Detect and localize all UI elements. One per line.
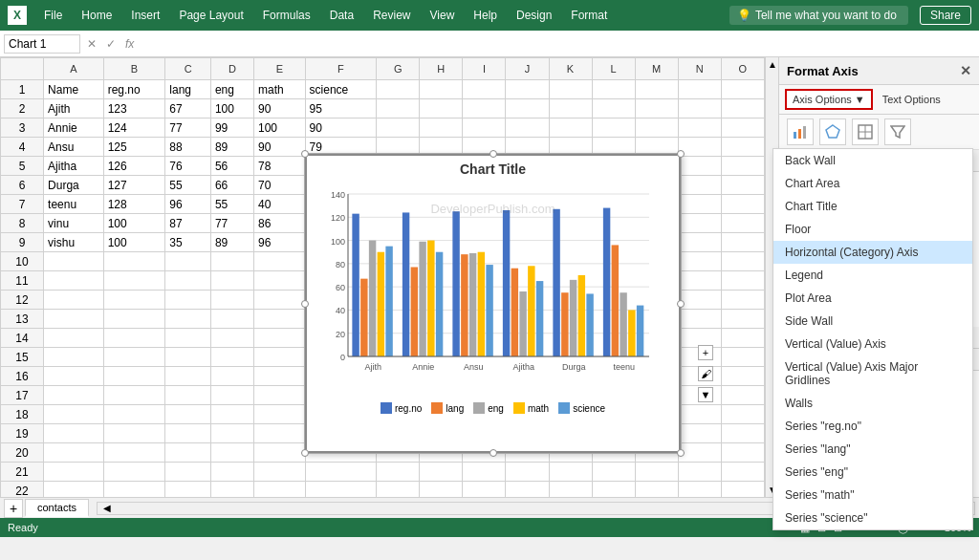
cell[interactable]: 67 (165, 99, 211, 118)
chart-filter-button[interactable]: ▼ (698, 387, 713, 402)
cell[interactable]: Annie (44, 118, 104, 138)
cell[interactable] (103, 271, 165, 291)
col-header-A[interactable]: A (44, 58, 104, 80)
menu-review[interactable]: Review (363, 5, 420, 26)
cell[interactable] (210, 329, 253, 348)
cell[interactable] (254, 482, 306, 498)
cell[interactable] (44, 329, 104, 348)
dropdown-walls[interactable]: Walls (773, 392, 972, 415)
dropdown-horizontal-axis[interactable]: Horizontal (Category) Axis (773, 241, 972, 264)
dropdown-vertical-axis[interactable]: Vertical (Value) Axis (773, 333, 972, 355)
dropdown-chart-area[interactable]: Chart Area (773, 172, 972, 195)
cell[interactable] (592, 99, 635, 118)
cell[interactable] (103, 463, 165, 482)
cell[interactable] (463, 482, 506, 498)
cell[interactable] (165, 367, 211, 386)
cell[interactable] (420, 99, 463, 118)
cell[interactable] (44, 463, 104, 482)
cell[interactable] (721, 291, 764, 310)
cell[interactable]: 89 (210, 233, 253, 252)
cell[interactable] (103, 367, 165, 386)
cell[interactable] (44, 424, 104, 443)
cell[interactable]: 56 (210, 157, 253, 176)
cell[interactable] (103, 405, 165, 424)
dropdown-plot-area[interactable]: Plot Area (773, 287, 972, 310)
col-header-C[interactable]: C (165, 58, 211, 80)
cell[interactable] (210, 424, 253, 443)
cell[interactable] (165, 424, 211, 443)
cell[interactable]: 95 (305, 99, 377, 118)
cell[interactable] (549, 80, 592, 99)
dropdown-chart-title[interactable]: Chart Title (773, 195, 972, 218)
cell[interactable] (463, 118, 506, 138)
cell[interactable] (165, 329, 211, 348)
dropdown-floor[interactable]: Floor (773, 218, 972, 241)
pentagon-icon-button[interactable] (819, 118, 846, 145)
cell[interactable]: 127 (103, 176, 165, 195)
chart-add-button[interactable]: + (698, 345, 713, 360)
cell[interactable]: 77 (165, 118, 211, 138)
cell[interactable]: Ajith (44, 99, 104, 118)
cell[interactable] (592, 482, 635, 498)
cell[interactable]: 99 (210, 118, 253, 138)
cell[interactable] (210, 252, 253, 271)
cell[interactable]: Ajitha (44, 157, 104, 176)
handle-br[interactable] (677, 449, 685, 457)
cell[interactable]: reg.no (103, 80, 165, 99)
cell[interactable]: 90 (254, 99, 306, 118)
cell[interactable] (721, 176, 764, 195)
cell[interactable] (254, 463, 306, 482)
cell[interactable]: 40 (254, 195, 306, 214)
cell[interactable] (592, 118, 635, 138)
cell[interactable]: 90 (254, 138, 306, 157)
cell[interactable]: science (305, 80, 377, 99)
cell[interactable]: 124 (103, 118, 165, 138)
cell[interactable] (165, 291, 211, 310)
cell[interactable]: 70 (254, 176, 306, 195)
cell[interactable] (592, 80, 635, 99)
tell-me-search[interactable]: 💡 Tell me what you want to do (729, 6, 908, 25)
cell[interactable] (377, 482, 420, 498)
cell[interactable]: 89 (210, 138, 253, 157)
cell[interactable]: eng (210, 80, 253, 99)
text-options-button[interactable]: Text Options (877, 91, 946, 108)
cell[interactable] (592, 463, 635, 482)
cell[interactable] (678, 291, 721, 310)
cell[interactable] (103, 482, 165, 498)
cell[interactable]: 87 (165, 214, 211, 233)
cell[interactable] (721, 310, 764, 329)
dropdown-series-math[interactable]: Series "math" (773, 484, 972, 506)
cell[interactable] (678, 252, 721, 271)
cell[interactable] (44, 386, 104, 405)
name-box[interactable] (4, 34, 80, 54)
cell[interactable] (165, 482, 211, 498)
cell[interactable] (721, 252, 764, 271)
cell[interactable] (210, 310, 253, 329)
menu-format[interactable]: Format (561, 5, 617, 26)
col-header-J[interactable]: J (506, 58, 549, 80)
cell[interactable] (678, 118, 721, 138)
cell[interactable] (678, 214, 721, 233)
chart-overlay[interactable]: Chart Title DeveloperPublish.com 0204060… (304, 153, 682, 454)
cell[interactable] (377, 99, 420, 118)
cell[interactable] (678, 482, 721, 498)
handle-bl[interactable] (301, 449, 309, 457)
cell[interactable] (678, 157, 721, 176)
dropdown-side-wall[interactable]: Side Wall (773, 310, 972, 333)
cell[interactable]: 125 (103, 138, 165, 157)
share-button[interactable]: Share (920, 6, 971, 25)
cell[interactable]: Durga (44, 176, 104, 195)
cell[interactable] (210, 271, 253, 291)
cell[interactable] (678, 405, 721, 424)
cell[interactable]: 123 (103, 99, 165, 118)
formula-icon[interactable]: fx (122, 37, 137, 51)
cell[interactable] (721, 348, 764, 367)
cell[interactable]: 96 (254, 233, 306, 252)
cell[interactable] (254, 443, 306, 463)
col-header-E[interactable]: E (254, 58, 306, 80)
cell[interactable]: lang (165, 80, 211, 99)
cell[interactable] (165, 386, 211, 405)
cell[interactable] (165, 405, 211, 424)
col-header-G[interactable]: G (377, 58, 420, 80)
cell[interactable] (165, 443, 211, 463)
